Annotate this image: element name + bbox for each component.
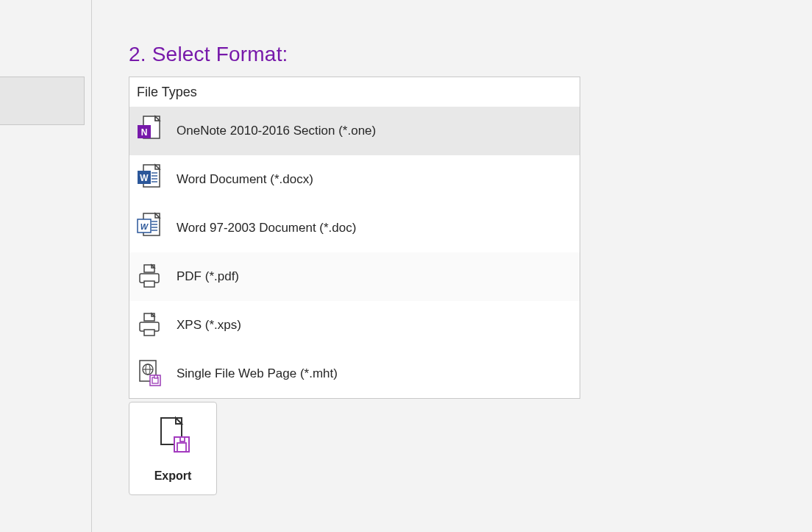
word-docx-file-icon: W (135, 163, 162, 196)
left-panel-button-stub[interactable] (0, 77, 85, 125)
svg-text:W: W (140, 173, 149, 183)
file-type-xps[interactable]: XPS (*.xps) (129, 301, 580, 350)
web-page-file-icon (135, 358, 162, 390)
file-type-label: XPS (*.xps) (177, 318, 241, 333)
file-type-label: PDF (*.pdf) (177, 269, 239, 284)
export-file-icon (155, 415, 190, 459)
export-button[interactable]: Export (129, 402, 217, 495)
file-type-mht[interactable]: Single File Web Page (*.mht) (129, 350, 580, 398)
file-type-pdf[interactable]: PDF (*.pdf) (129, 252, 580, 301)
file-type-label: Single File Web Page (*.mht) (177, 366, 338, 381)
file-type-onenote-section[interactable]: N OneNote 2010-2016 Section (*.one) (129, 107, 580, 155)
file-type-label: Word Document (*.docx) (177, 172, 313, 187)
pdf-printer-icon (135, 260, 162, 293)
svg-rect-23 (144, 281, 154, 287)
file-type-label: Word 97-2003 Document (*.doc) (177, 221, 356, 235)
svg-text:N: N (141, 127, 148, 138)
file-type-label: OneNote 2010-2016 Section (*.one) (177, 124, 376, 138)
onenote-file-icon: N (135, 115, 162, 147)
vertical-divider (91, 0, 92, 532)
file-types-list: File Types N OneNote 2010-2016 Section (… (129, 77, 580, 399)
file-types-header: File Types (129, 77, 580, 107)
svg-rect-34 (154, 375, 157, 378)
svg-rect-41 (180, 437, 185, 441)
svg-rect-27 (144, 330, 154, 336)
word-doc-file-icon: W (135, 212, 162, 244)
file-type-word-doc[interactable]: W Word 97-2003 Document (*.doc) (129, 204, 580, 252)
export-button-label: Export (154, 469, 192, 483)
xps-printer-icon (135, 309, 162, 341)
section-heading: 2. Select Format: (129, 43, 288, 66)
file-type-word-docx[interactable]: W Word Document (*.docx) (129, 155, 580, 204)
svg-text:W: W (140, 222, 149, 231)
